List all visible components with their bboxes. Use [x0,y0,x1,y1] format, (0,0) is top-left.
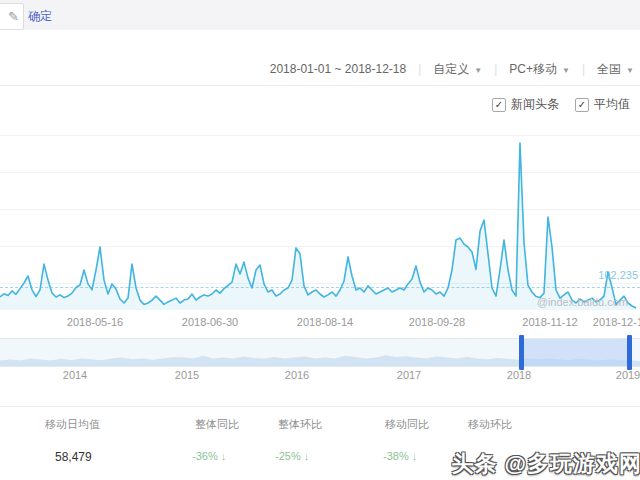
chevron-down-icon: ▼ [626,66,634,75]
year-label: 2014 [63,369,87,381]
top-bar: ✎ 确定 [0,0,640,30]
column-header: 整体同比 [195,417,239,432]
column-header: 移动同比 [385,417,429,432]
baidu-index-page: ✎ 确定 2018-01-01 ~ 2018-12-18 | 自定义▼ | PC… [0,0,640,480]
x-tick-label: 2018-05-16 [67,316,123,328]
percent-change-value: -36% ↓ [192,450,226,462]
daily-average-value: 58,479 [55,450,92,464]
checkbox[interactable]: ✓ [575,98,589,112]
column-header: 移动环比 [468,417,512,432]
percent-change-value: -25% ↓ [275,450,309,462]
pencil-icon: ✎ [8,9,19,24]
year-label: 2015 [175,369,199,381]
confirm-button[interactable]: 确定 [28,8,52,25]
divider [0,406,640,407]
year-label: 2017 [397,369,421,381]
year-label: 2016 [285,369,309,381]
legend-item[interactable]: ✓新闻头条 [492,96,559,113]
device-dropdown[interactable]: PC+移动▼ [509,61,570,78]
divider: | [582,62,585,76]
keyword-input[interactable]: ✎ [0,3,24,30]
year-label: 2019 [616,369,640,381]
year-label: 2018 [507,369,531,381]
x-tick-label: 2018-12-18 [593,316,640,328]
line-series [0,125,640,315]
checkbox[interactable]: ✓ [492,98,506,112]
stats-table-header: 移动日均值整体同比整体环比移动同比移动环比 [0,417,640,431]
range-mode-dropdown[interactable]: 自定义▼ [433,61,482,78]
column-header: 整体环比 [278,417,322,432]
divider: | [494,62,497,76]
region-dropdown[interactable]: 全国▼ [597,61,634,78]
chart-controls: 2018-01-01 ~ 2018-12-18 | 自定义▼ | PC+移动▼ … [270,58,634,80]
x-axis-labels: 2018-05-162018-06-302018-08-142018-09-28… [0,316,640,330]
divider: | [418,62,421,76]
date-range[interactable]: 2018-01-01 ~ 2018-12-18 [270,62,406,76]
chevron-down-icon: ▼ [562,66,570,75]
percent-change-value: -38% ↓ [383,450,417,462]
legend: ✓新闻头条✓平均值 [476,96,630,113]
x-tick-label: 2018-11-12 [522,316,577,328]
timeline-selection[interactable] [521,339,632,366]
chevron-down-icon: ▼ [474,66,482,75]
x-tick-label: 2018-09-28 [409,316,465,328]
timeline-handle-right[interactable] [627,335,632,370]
legend-item[interactable]: ✓平均值 [575,96,630,113]
legend-label: 平均值 [594,96,630,113]
x-tick-label: 2018-06-30 [182,316,238,328]
timeline-handle-left[interactable] [519,335,524,370]
toutiao-watermark: 头条 @多玩游戏网 [451,449,640,479]
average-value-label: 102,235 [598,269,638,281]
timeline-year-labels: 201420152016201720182019 [0,369,640,383]
column-header: 移动日均值 [45,417,100,432]
legend-label: 新闻头条 [511,96,559,113]
trend-chart[interactable]: 102,235 @index.baidu.com [0,125,640,315]
x-tick-label: 2018-08-14 [297,316,353,328]
baidu-index-watermark: @index.baidu.com [537,296,628,308]
divider [0,85,640,86]
timeline-slider[interactable] [0,338,640,367]
